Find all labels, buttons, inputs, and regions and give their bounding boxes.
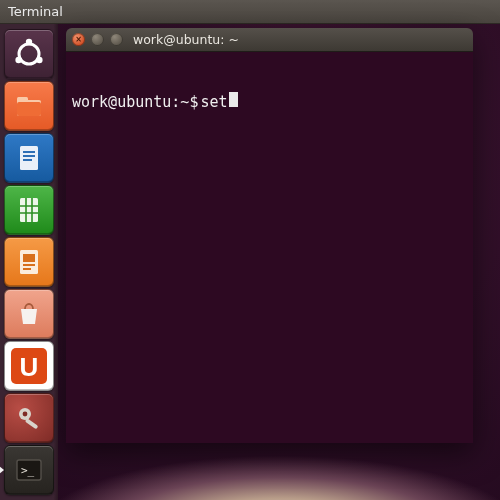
- svg-rect-8: [23, 151, 35, 153]
- folder-icon: [12, 89, 46, 123]
- spreadsheet-icon: [12, 193, 46, 227]
- launcher-ubuntu-one[interactable]: U: [4, 341, 54, 391]
- svg-rect-13: [23, 254, 35, 262]
- launcher-dash-home[interactable]: [4, 29, 54, 79]
- presentation-icon: [12, 245, 46, 279]
- launcher-libreoffice-calc[interactable]: [4, 185, 54, 235]
- svg-rect-10: [23, 159, 32, 161]
- launcher-ubuntu-software-center[interactable]: [4, 289, 54, 339]
- svg-rect-11: [20, 198, 38, 222]
- unity-launcher: U >_: [0, 24, 58, 500]
- ubuntu-logo-icon: [12, 37, 46, 71]
- launcher-terminal[interactable]: >_: [4, 445, 54, 495]
- svg-point-1: [26, 39, 32, 45]
- svg-point-19: [23, 412, 28, 417]
- terminal-icon: >_: [12, 453, 46, 487]
- gear-wrench-icon: [12, 401, 46, 435]
- svg-rect-6: [17, 102, 41, 116]
- terminal-window: × work@ubuntu: ~ work@ubuntu:~$ set: [66, 28, 473, 443]
- launcher-files[interactable]: [4, 81, 54, 131]
- terminal-titlebar[interactable]: × work@ubuntu: ~: [66, 28, 473, 52]
- window-minimize-button[interactable]: [91, 33, 104, 46]
- terminal-line: work@ubuntu:~$ set: [72, 92, 467, 111]
- svg-rect-14: [23, 264, 35, 266]
- launcher-libreoffice-writer[interactable]: [4, 133, 54, 183]
- svg-point-3: [36, 57, 42, 63]
- launcher-system-settings[interactable]: [4, 393, 54, 443]
- terminal-command-text: set: [200, 93, 227, 111]
- terminal-body[interactable]: work@ubuntu:~$ set: [66, 52, 473, 443]
- global-menubar: Terminal: [0, 0, 500, 24]
- window-maximize-button[interactable]: [110, 33, 123, 46]
- svg-point-0: [19, 44, 39, 64]
- window-close-button[interactable]: ×: [72, 33, 85, 46]
- ubuntu-one-icon: U: [7, 344, 51, 388]
- document-text-icon: [12, 141, 46, 175]
- terminal-prompt: work@ubuntu:~$: [72, 93, 198, 111]
- svg-text:>_: >_: [21, 464, 35, 477]
- terminal-cursor: [229, 92, 238, 107]
- svg-rect-15: [23, 268, 31, 270]
- svg-rect-7: [20, 146, 38, 170]
- svg-text:U: U: [20, 352, 39, 382]
- menubar-app-title: Terminal: [8, 4, 63, 19]
- svg-rect-9: [23, 155, 35, 157]
- launcher-libreoffice-impress[interactable]: [4, 237, 54, 287]
- shopping-bag-icon: [12, 297, 46, 331]
- svg-rect-20: [25, 418, 39, 429]
- svg-point-2: [15, 57, 21, 63]
- terminal-window-title: work@ubuntu: ~: [133, 32, 239, 47]
